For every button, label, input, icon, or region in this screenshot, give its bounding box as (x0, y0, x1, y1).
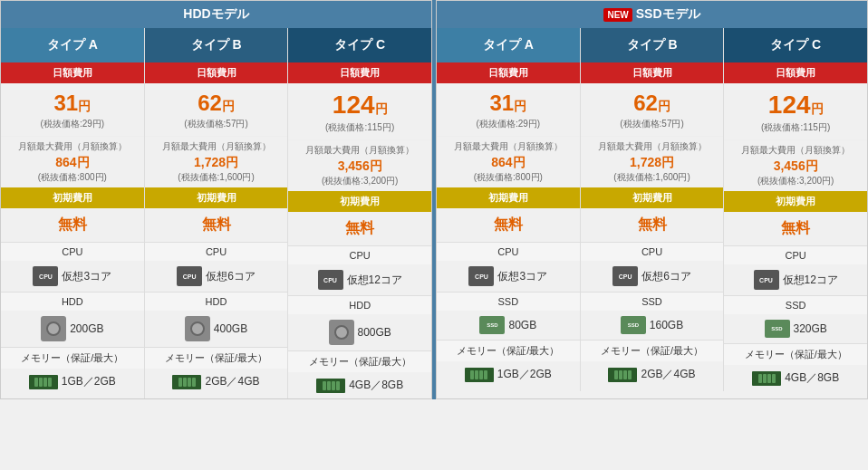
ssd-b-memory-label: メモリー（保証/最大） (581, 341, 724, 361)
ssd-col-a-header: タイプ A (437, 28, 580, 62)
ssd-b-cpu-label: CPU (581, 243, 724, 261)
ssd-b-daily-price: 62円 (581, 83, 724, 118)
ssd-col-a: タイプ A 日額費用 31円 (税抜価格:29円) 月額最大費用（月額換算） 8… (437, 28, 581, 391)
ssd-a-monthly-price: 864円 (437, 155, 580, 171)
ssd-c-monthly-price: 3,456円 (724, 158, 867, 175)
hdd-c-cpu-spec: CPU 仮想12コア (288, 264, 431, 295)
ssd-b-monthly-label: 月額最大費用（月額換算） (581, 136, 724, 155)
cpu-icon-ssd-b: CPU (612, 266, 638, 286)
ssd-c-storage-label: SSD (724, 296, 867, 314)
ssd-c-storage-spec: SSD 320GB (724, 314, 867, 343)
hdd-b-daily-label: 日額費用 (145, 62, 288, 83)
ssd-b-memory-spec: 2GB／4GB (581, 361, 724, 388)
hdd-a-initial-label: 初期費用 (1, 187, 144, 208)
ssd-col-b-header: タイプ B (581, 28, 724, 62)
ssd-c-daily-price: 124円 (724, 83, 867, 121)
ssd-a-memory-spec: 1GB／2GB (437, 361, 580, 388)
hdd-col-b-header: タイプ B (145, 28, 288, 62)
ssd-a-storage-spec: SSD 80GB (437, 311, 580, 340)
ram-icon-c (316, 379, 345, 393)
hdd-col-a: タイプ A 日額費用 31円 (税抜価格:29円) 月額最大費用（月額換算） 8… (1, 28, 145, 398)
hdd-a-storage-value: 200GB (70, 322, 103, 335)
hdd-c-storage-value: 800GB (358, 326, 391, 339)
ssd-a-daily-price: 31円 (437, 83, 580, 118)
new-badge: NEW (603, 8, 632, 22)
hdd-c-cpu-label: CPU (288, 246, 431, 264)
ssd-c-initial-label: 初期費用 (724, 191, 867, 212)
hdd-a-memory-label: メモリー（保証/最大） (1, 348, 144, 369)
hdd-b-initial-fee: 無料 (145, 208, 288, 242)
ssd-b-monthly-price: 1,728円 (581, 155, 724, 171)
hdd-a-daily-label: 日額費用 (1, 62, 144, 83)
hdd-a-initial-fee: 無料 (1, 208, 144, 242)
ssd-a-memory-value: 1GB／2GB (497, 367, 552, 382)
ssd-a-monthly-tax: (税抜価格:800円) (437, 171, 580, 187)
ssd-b-cpu-cores: 仮想6コア (641, 269, 691, 284)
ssd-c-memory-value: 4GB／8GB (785, 370, 839, 386)
ssd-col-c: タイプ C 日額費用 124円 (税抜価格:115円) 月額最大費用（月額換算）… (724, 28, 867, 391)
hdd-a-monthly-tax: (税抜価格:800円) (1, 171, 144, 187)
ssd-b-initial-fee: 無料 (581, 208, 724, 242)
hdd-b-daily-tax: (税抜価格:57円) (145, 118, 288, 136)
ssd-c-cpu-label: CPU (724, 246, 867, 264)
ssd-a-daily-tax: (税抜価格:29円) (437, 118, 580, 136)
hdd-col-c-header: タイプ C (288, 28, 431, 62)
hdd-b-cpu-spec: CPU 仮想6コア (145, 261, 288, 292)
ram-icon-ssd-c (752, 371, 781, 386)
hdd-b-initial-label: 初期費用 (145, 187, 288, 208)
ssd-icon-b: SSD (621, 316, 646, 334)
ssd-col-b: タイプ B 日額費用 62円 (税抜価格:57円) 月額最大費用（月額換算） 1… (581, 28, 725, 391)
ssd-b-memory-value: 2GB／4GB (641, 367, 695, 382)
hdd-b-daily-price: 62円 (145, 83, 288, 118)
hdd-a-monthly-price: 864円 (1, 155, 144, 171)
cpu-icon-ssd-c: CPU (754, 270, 779, 290)
ssd-c-storage-value: 320GB (794, 322, 827, 335)
ssd-a-initial-label: 初期費用 (437, 187, 580, 208)
hdd-header-label: HDDモデル (183, 6, 248, 21)
ssd-icon-c: SSD (765, 320, 790, 338)
ssd-c-cpu-cores: 仮想12コア (783, 273, 838, 288)
hdd-col-b: タイプ B 日額費用 62円 (税抜価格:57円) 月額最大費用（月額換算） 1… (145, 28, 289, 398)
hdd-b-storage-label: HDD (145, 293, 288, 311)
cpu-icon-c: CPU (318, 270, 343, 290)
ram-icon-b (172, 375, 201, 389)
hdd-col-a-header: タイプ A (1, 28, 144, 62)
ssd-c-monthly-tax: (税抜価格:3,200円) (724, 175, 867, 191)
hdd-c-monthly-label: 月額最大費用（月額換算） (288, 139, 431, 158)
ssd-c-cpu-spec: CPU 仮想12コア (724, 264, 867, 295)
ssd-b-daily-label: 日額費用 (581, 62, 724, 83)
ssd-b-monthly-tax: (税抜価格:1,600円) (581, 171, 724, 187)
hdd-c-memory-label: メモリー（保証/最大） (288, 351, 431, 372)
ssd-a-storage-value: 80GB (508, 319, 536, 331)
ssd-c-memory-label: メモリー（保証/最大） (724, 344, 867, 365)
ssd-c-memory-spec: 4GB／8GB (724, 365, 867, 391)
hdd-b-monthly-tax: (税抜価格:1,600円) (145, 171, 288, 187)
hdd-c-daily-tax: (税抜価格:115円) (288, 121, 431, 139)
hdd-c-storage-spec: 800GB (288, 314, 431, 350)
ssd-a-cpu-spec: CPU 仮想3コア (437, 261, 580, 292)
hdd-a-storage-label: HDD (1, 293, 144, 311)
ram-icon-ssd-b (608, 368, 637, 382)
ssd-a-cpu-label: CPU (437, 243, 580, 261)
hdd-a-cpu-label: CPU (1, 243, 144, 261)
ssd-b-storage-label: SSD (581, 293, 724, 311)
hdd-a-daily-tax: (税抜価格:29円) (1, 118, 144, 136)
ssd-b-storage-value: 160GB (650, 319, 683, 331)
ssd-b-storage-spec: SSD 160GB (581, 311, 724, 340)
ssd-a-cpu-cores: 仮想3コア (497, 269, 547, 284)
ram-icon-ssd-a (465, 368, 494, 382)
hdd-b-storage-spec: 400GB (145, 311, 288, 347)
hdd-b-memory-spec: 2GB／4GB (145, 369, 288, 395)
ssd-a-storage-label: SSD (437, 293, 580, 311)
hdd-a-memory-spec: 1GB／2GB (1, 369, 144, 395)
hdd-section-header: HDDモデル (1, 1, 431, 28)
hdd-b-memory-value: 2GB／4GB (205, 374, 259, 389)
hdd-b-memory-label: メモリー（保証/最大） (145, 348, 288, 369)
cpu-icon-ssd-a: CPU (468, 266, 494, 286)
hdd-c-monthly-price: 3,456円 (288, 158, 431, 175)
ssd-b-daily-tax: (税抜価格:57円) (581, 118, 724, 136)
ssd-col-c-header: タイプ C (724, 28, 867, 62)
ssd-a-monthly-label: 月額最大費用（月額換算） (437, 136, 580, 155)
ssd-a-memory-label: メモリー（保証/最大） (437, 341, 580, 361)
hdd-icon (41, 316, 66, 341)
